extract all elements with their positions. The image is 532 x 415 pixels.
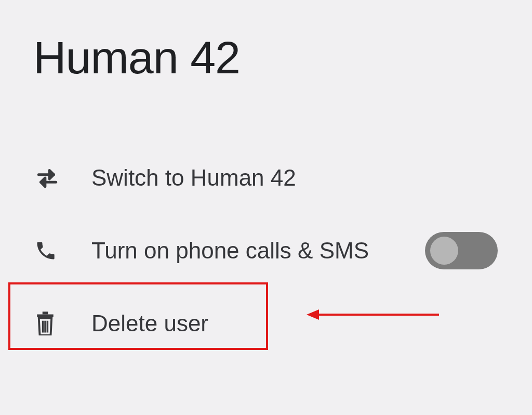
switch-user-item[interactable]: Switch to Human 42 (31, 141, 501, 214)
phone-sms-toggle[interactable] (425, 232, 498, 269)
svg-rect-4 (37, 315, 54, 317)
toggle-knob (430, 237, 458, 265)
phone-sms-item[interactable]: Turn on phone calls & SMS (31, 214, 501, 287)
phone-icon (34, 239, 63, 262)
delete-user-item[interactable]: Delete user (31, 287, 501, 360)
svg-rect-5 (43, 312, 48, 314)
svg-marker-1 (49, 170, 54, 179)
phone-sms-label: Turn on phone calls & SMS (91, 238, 369, 264)
svg-marker-3 (41, 178, 45, 187)
switch-user-label: Switch to Human 42 (91, 165, 296, 191)
swap-icon (34, 165, 63, 191)
trash-icon (34, 312, 63, 335)
page-title: Human 42 (33, 31, 501, 84)
delete-user-label: Delete user (91, 310, 208, 336)
